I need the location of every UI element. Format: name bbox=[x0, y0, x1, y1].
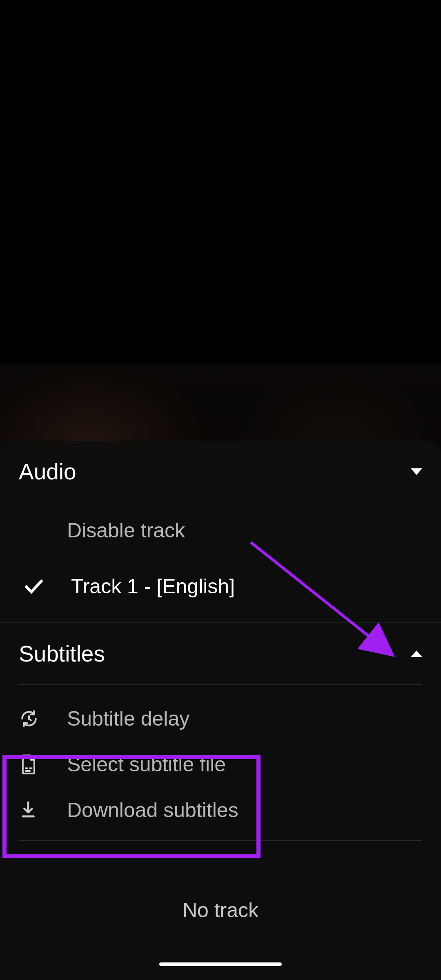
caret-up-icon bbox=[411, 650, 422, 657]
audio-item-label: Track 1 - [English] bbox=[71, 575, 235, 598]
subtitles-bottom-divider bbox=[19, 840, 422, 841]
audio-section-header[interactable]: Audio bbox=[0, 441, 441, 502]
subtitles-section-header[interactable]: Subtitles bbox=[0, 623, 441, 684]
subtitles-action-download[interactable]: Download subtitles bbox=[0, 787, 441, 833]
check-icon bbox=[23, 575, 71, 597]
subtitles-action-label: Select subtitle file bbox=[67, 753, 226, 776]
subtitles-action-label: Subtitle delay bbox=[67, 707, 189, 731]
audio-item-label: Disable track bbox=[67, 519, 185, 542]
file-icon bbox=[19, 754, 67, 775]
subtitles-no-track-label: No track bbox=[183, 898, 258, 922]
caret-down-icon bbox=[411, 468, 422, 475]
svg-rect-1 bbox=[29, 767, 32, 769]
svg-rect-0 bbox=[25, 767, 28, 769]
sync-icon bbox=[19, 708, 67, 729]
audio-section-title: Audio bbox=[19, 459, 76, 485]
video-player-screen: Audio Disable track Track 1 - [English] … bbox=[0, 0, 441, 980]
subtitles-action-label: Download subtitles bbox=[67, 798, 238, 822]
home-indicator bbox=[159, 962, 282, 966]
subtitles-action-delay[interactable]: Subtitle delay bbox=[0, 696, 441, 742]
subtitles-section-title: Subtitles bbox=[19, 641, 105, 667]
svg-rect-2 bbox=[25, 770, 31, 772]
audio-item-track-1[interactable]: Track 1 - [English] bbox=[0, 558, 441, 614]
subtitles-action-select-file[interactable]: Select subtitle file bbox=[0, 742, 441, 787]
download-icon bbox=[19, 800, 67, 820]
tracks-bottom-sheet: Audio Disable track Track 1 - [English] … bbox=[0, 441, 441, 980]
audio-item-disable-track[interactable]: Disable track bbox=[0, 502, 441, 558]
subtitles-no-track-row: No track bbox=[0, 898, 441, 922]
